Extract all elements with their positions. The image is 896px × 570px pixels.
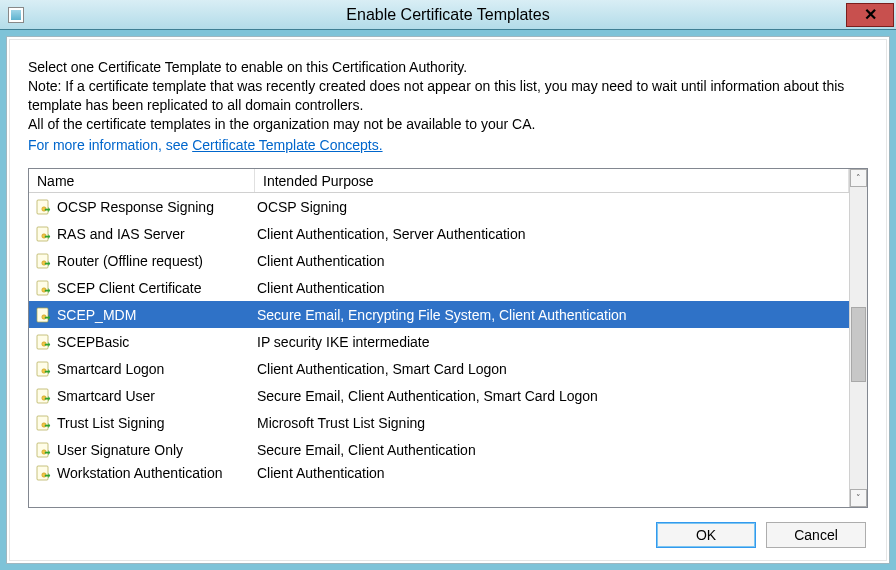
table-row[interactable]: Trust List SigningMicrosoft Trust List S… bbox=[29, 409, 849, 436]
certificate-template-icon bbox=[35, 306, 53, 324]
certificate-template-icon bbox=[35, 252, 53, 270]
certificate-template-icon bbox=[35, 198, 53, 216]
cancel-label: Cancel bbox=[794, 527, 838, 543]
certificate-template-icon bbox=[35, 360, 53, 378]
template-name: SCEP_MDM bbox=[57, 307, 255, 323]
certificate-template-icon bbox=[35, 441, 53, 459]
column-header-purpose[interactable]: Intended Purpose bbox=[255, 169, 849, 192]
list-header: Name Intended Purpose bbox=[29, 169, 849, 193]
list-rows: OCSP Response SigningOCSP SigningRAS and… bbox=[29, 193, 849, 507]
svg-rect-14 bbox=[37, 389, 48, 403]
table-row[interactable]: Smartcard UserSecure Email, Client Authe… bbox=[29, 382, 849, 409]
certificate-template-icon bbox=[35, 252, 53, 270]
template-name: SCEP Client Certificate bbox=[57, 280, 255, 296]
table-row[interactable]: Router (Offline request)Client Authentic… bbox=[29, 247, 849, 274]
certificate-template-icon bbox=[35, 225, 53, 243]
chevron-up-icon: ˄ bbox=[856, 173, 861, 183]
template-name: Smartcard User bbox=[57, 388, 255, 404]
scroll-up-button[interactable]: ˄ bbox=[850, 169, 867, 187]
certificate-template-icon bbox=[35, 279, 53, 297]
template-purpose: Client Authentication, Smart Card Logon bbox=[255, 361, 849, 377]
certificate-template-icon bbox=[35, 387, 53, 405]
titlebar[interactable]: Enable Certificate Templates ✕ bbox=[0, 0, 896, 30]
template-name: User Signature Only bbox=[57, 442, 255, 458]
template-name: Workstation Authentication bbox=[57, 465, 255, 481]
client-area: Select one Certificate Template to enabl… bbox=[6, 36, 890, 564]
scroll-down-button[interactable]: ˅ bbox=[850, 489, 867, 507]
template-name: Smartcard Logon bbox=[57, 361, 255, 377]
ok-button[interactable]: OK bbox=[656, 522, 756, 548]
window-title: Enable Certificate Templates bbox=[0, 6, 896, 24]
template-purpose: Secure Email, Client Authentication, Sma… bbox=[255, 388, 849, 404]
svg-rect-8 bbox=[37, 308, 48, 322]
svg-rect-2 bbox=[37, 227, 48, 241]
dialog-window: Enable Certificate Templates ✕ Select on… bbox=[0, 0, 896, 570]
certificate-template-icon bbox=[35, 225, 53, 243]
certificate-template-icon bbox=[35, 306, 53, 324]
close-icon: ✕ bbox=[864, 5, 877, 24]
svg-rect-20 bbox=[37, 466, 48, 480]
svg-rect-10 bbox=[37, 335, 48, 349]
table-row[interactable]: Smartcard LogonClient Authentication, Sm… bbox=[29, 355, 849, 382]
vertical-scrollbar[interactable]: ˄ ˅ bbox=[849, 169, 867, 507]
template-purpose: Client Authentication, Server Authentica… bbox=[255, 226, 849, 242]
template-purpose: Client Authentication bbox=[255, 280, 849, 296]
template-list: Name Intended Purpose OCSP Response Sign… bbox=[28, 168, 868, 508]
template-purpose: IP security IKE intermediate bbox=[255, 334, 849, 350]
certificate-template-icon bbox=[35, 464, 53, 482]
table-row[interactable]: SCEP Client CertificateClient Authentica… bbox=[29, 274, 849, 301]
table-row[interactable]: Workstation AuthenticationClient Authent… bbox=[29, 463, 849, 483]
scroll-track[interactable] bbox=[850, 187, 867, 489]
info-line: For more information, see Certificate Te… bbox=[28, 136, 868, 155]
certificate-template-icon bbox=[35, 464, 53, 482]
certificate-template-icon bbox=[35, 387, 53, 405]
chevron-down-icon: ˅ bbox=[856, 493, 861, 503]
svg-rect-6 bbox=[37, 281, 48, 295]
content-panel: Select one Certificate Template to enabl… bbox=[9, 39, 887, 561]
scroll-thumb[interactable] bbox=[851, 307, 866, 382]
certificate-template-icon bbox=[35, 414, 53, 432]
template-name: Trust List Signing bbox=[57, 415, 255, 431]
template-purpose: Client Authentication bbox=[255, 253, 849, 269]
desc-line-1: Select one Certificate Template to enabl… bbox=[28, 58, 868, 77]
template-name: RAS and IAS Server bbox=[57, 226, 255, 242]
info-link[interactable]: Certificate Template Concepts. bbox=[192, 137, 382, 153]
svg-rect-0 bbox=[37, 200, 48, 214]
ok-label: OK bbox=[696, 527, 716, 543]
template-purpose: Client Authentication bbox=[255, 465, 849, 481]
svg-rect-4 bbox=[37, 254, 48, 268]
certificate-template-icon bbox=[35, 198, 53, 216]
table-row[interactable]: SCEPBasicIP security IKE intermediate bbox=[29, 328, 849, 355]
certificate-template-icon bbox=[35, 414, 53, 432]
desc-line-3: All of the certificate templates in the … bbox=[28, 115, 868, 134]
certificate-template-icon bbox=[35, 333, 53, 351]
certificate-template-icon bbox=[35, 441, 53, 459]
template-purpose: Microsoft Trust List Signing bbox=[255, 415, 849, 431]
table-row[interactable]: RAS and IAS ServerClient Authentication,… bbox=[29, 220, 849, 247]
info-prefix: For more information, see bbox=[28, 137, 192, 153]
table-row[interactable]: User Signature OnlySecure Email, Client … bbox=[29, 436, 849, 463]
certificate-template-icon bbox=[35, 333, 53, 351]
table-row[interactable]: OCSP Response SigningOCSP Signing bbox=[29, 193, 849, 220]
column-header-name[interactable]: Name bbox=[29, 169, 255, 192]
template-purpose: Secure Email, Client Authentication bbox=[255, 442, 849, 458]
table-row[interactable]: SCEP_MDMSecure Email, Encrypting File Sy… bbox=[29, 301, 849, 328]
close-button[interactable]: ✕ bbox=[846, 3, 894, 27]
svg-rect-12 bbox=[37, 362, 48, 376]
description-text: Select one Certificate Template to enabl… bbox=[28, 58, 868, 154]
cancel-button[interactable]: Cancel bbox=[766, 522, 866, 548]
template-purpose: OCSP Signing bbox=[255, 199, 849, 215]
list-main: Name Intended Purpose OCSP Response Sign… bbox=[29, 169, 849, 507]
template-name: Router (Offline request) bbox=[57, 253, 255, 269]
svg-rect-18 bbox=[37, 443, 48, 457]
template-purpose: Secure Email, Encrypting File System, Cl… bbox=[255, 307, 849, 323]
desc-line-2: Note: If a certificate template that was… bbox=[28, 77, 868, 115]
certificate-template-icon bbox=[35, 279, 53, 297]
certificate-template-icon bbox=[35, 360, 53, 378]
template-name: OCSP Response Signing bbox=[57, 199, 255, 215]
system-icon bbox=[8, 7, 24, 23]
template-name: SCEPBasic bbox=[57, 334, 255, 350]
button-row: OK Cancel bbox=[28, 522, 868, 548]
svg-rect-16 bbox=[37, 416, 48, 430]
